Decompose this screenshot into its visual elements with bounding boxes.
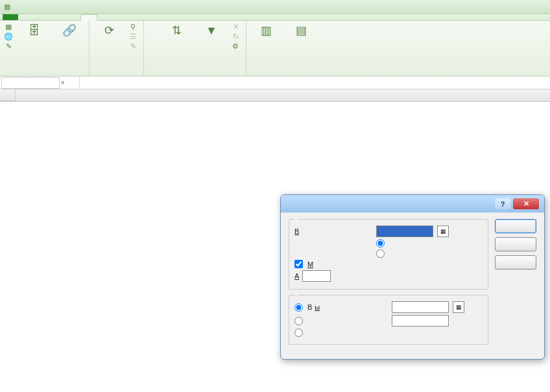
new-sheet-field[interactable]: [392, 315, 449, 327]
ok-button[interactable]: [495, 219, 536, 233]
select-all-corner[interactable]: [0, 89, 16, 101]
tab-page-layout[interactable]: [49, 14, 65, 20]
undo-icon[interactable]: [26, 3, 35, 12]
output-fieldset: Вы ▦: [289, 295, 488, 345]
from-other-sources-button[interactable]: 🗄: [19, 22, 50, 41]
input-range-label: В: [294, 227, 372, 235]
clear-icon: ✕: [231, 22, 240, 31]
help-button[interactable]: [495, 255, 536, 270]
tab-insert[interactable]: [34, 14, 49, 20]
tab-data[interactable]: [80, 14, 97, 21]
group-external-data: ▦ 🌐 ✎ 🗄 🔗: [0, 21, 90, 76]
output-range-radio[interactable]: Вы: [294, 303, 388, 312]
input-data-fieldset: В ▦ М А: [289, 219, 488, 290]
edit-link-icon: ✎: [128, 41, 138, 51]
link-icon: 🔗: [60, 22, 78, 40]
db-icon: 🗄: [25, 22, 43, 40]
from-access-button[interactable]: ▦: [4, 22, 15, 31]
reapply-icon: ↻: [231, 32, 240, 41]
adv-icon: ⚙: [231, 41, 240, 51]
sort-desc-button[interactable]: [148, 32, 157, 41]
reapply-button[interactable]: ↻: [231, 32, 242, 41]
ribbon-tabs: [0, 14, 550, 21]
clear-button[interactable]: ✕: [231, 22, 242, 31]
columns-icon: ▥: [257, 22, 275, 40]
funnel-icon: ▼: [202, 22, 221, 40]
group-label: [250, 75, 317, 76]
formula-input[interactable]: [79, 76, 550, 89]
sort-icon: ⇅: [167, 22, 185, 40]
group-label: [93, 75, 139, 76]
dedup-icon: ▤: [292, 22, 310, 40]
alpha-field[interactable]: [302, 270, 331, 282]
group-connections: ⟳ ⚲ ☰ ✎: [90, 21, 144, 76]
by-columns-radio[interactable]: [376, 239, 389, 248]
advanced-button[interactable]: ⚙: [231, 41, 242, 51]
text-to-columns-button[interactable]: ▥: [250, 22, 281, 41]
alpha-label: А: [294, 272, 298, 280]
refresh-icon: ⟳: [100, 22, 118, 40]
plug-icon: ⚲: [128, 22, 138, 31]
group-label: [4, 75, 85, 76]
tab-formulas[interactable]: [65, 14, 80, 20]
output-range-field[interactable]: [392, 301, 449, 313]
properties-button[interactable]: ☰: [128, 32, 139, 41]
cancel-button[interactable]: [495, 237, 536, 251]
tab-file[interactable]: [3, 14, 18, 20]
refresh-all-button[interactable]: ⟳: [93, 22, 125, 41]
existing-connections-button[interactable]: 🔗: [54, 22, 85, 41]
name-box[interactable]: [1, 77, 60, 89]
sort-desc-icon: [148, 32, 157, 41]
from-web-button[interactable]: 🌐: [4, 32, 15, 41]
labels-first-row-checkbox[interactable]: М: [294, 260, 315, 268]
new-book-radio[interactable]: [294, 329, 307, 337]
from-text-button[interactable]: ✎: [4, 41, 15, 51]
connections-button[interactable]: ⚲: [128, 22, 139, 31]
formula-bar: ▾: [0, 76, 550, 89]
close-icon[interactable]: ✕: [513, 198, 539, 209]
anova-dialog: ? ✕ В ▦ М: [280, 194, 545, 360]
excel-icon: ▩: [3, 3, 12, 12]
worksheet-grid[interactable]: [0, 89, 550, 102]
redo-icon[interactable]: [38, 3, 47, 12]
title-bar: ▩: [0, 0, 550, 14]
external-data-small: ▦ 🌐 ✎: [4, 22, 15, 51]
sort-asc-button[interactable]: [148, 22, 157, 31]
group-sort-filter: ⇅ ▼ ✕ ↻ ⚙: [144, 21, 246, 76]
new-sheet-radio[interactable]: [294, 317, 388, 325]
help-icon[interactable]: ?: [495, 198, 510, 209]
tab-home[interactable]: [18, 14, 34, 20]
tab-developer[interactable]: [128, 14, 144, 20]
sort-button[interactable]: ⇅: [161, 22, 192, 41]
group-data-tools: ▥ ▤: [246, 21, 320, 76]
save-icon[interactable]: [14, 3, 23, 12]
edit-links-button[interactable]: ✎: [128, 41, 139, 51]
range-picker-icon[interactable]: ▦: [453, 301, 464, 313]
access-icon: ▦: [4, 22, 13, 31]
tab-review[interactable]: [97, 14, 113, 20]
dialog-titlebar[interactable]: ? ✕: [281, 195, 544, 213]
tab-view[interactable]: [113, 14, 128, 20]
filter-button[interactable]: ▼: [196, 22, 227, 41]
sort-asc-icon: [148, 22, 157, 31]
input-range-field[interactable]: [376, 225, 433, 237]
ribbon: ▦ 🌐 ✎ 🗄 🔗 ⟳ ⚲ ☰ ✎ ⇅ ▼: [0, 21, 550, 76]
by-rows-radio[interactable]: [376, 249, 389, 258]
quick-access-toolbar: ▩: [3, 3, 47, 12]
remove-duplicates-button[interactable]: ▤: [285, 22, 317, 41]
text-icon: ✎: [4, 41, 13, 51]
globe-icon: 🌐: [4, 32, 13, 41]
range-picker-icon[interactable]: ▦: [437, 225, 449, 237]
props-icon: ☰: [128, 32, 138, 41]
group-label: [148, 75, 242, 76]
